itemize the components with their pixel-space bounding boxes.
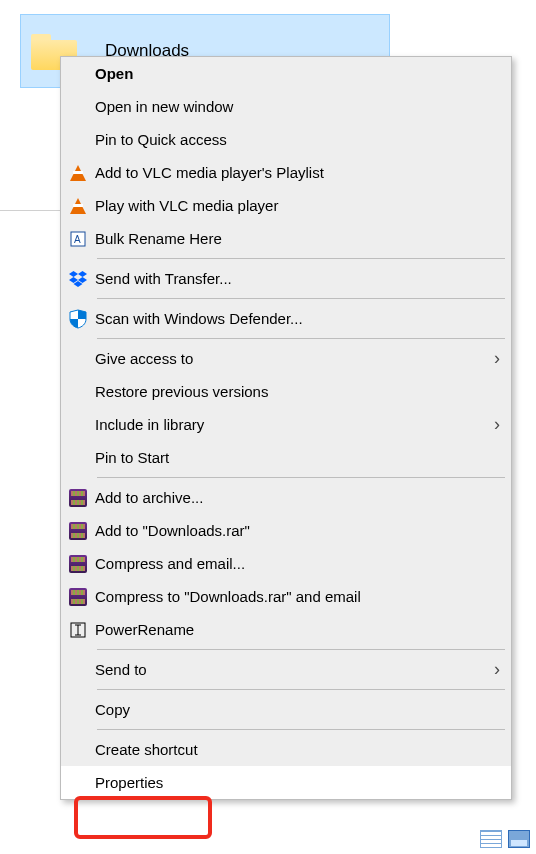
menu-item-pin-quick-access[interactable]: Pin to Quick access [61, 123, 511, 156]
bulk-rename-icon: A [61, 231, 95, 247]
submenu-chevron-icon: › [483, 659, 511, 680]
menu-item-scan-defender[interactable]: Scan with Windows Defender... [61, 302, 511, 335]
submenu-chevron-icon: › [483, 414, 511, 435]
menu-item-open-new-window-label: Open in new window [95, 98, 511, 115]
winrar-icon [61, 588, 95, 606]
menu-item-properties-label: Properties [95, 774, 511, 791]
defender-shield-icon [61, 309, 95, 329]
menu-item-copy-label: Copy [95, 701, 511, 718]
menu-item-power-rename[interactable]: PowerRename [61, 613, 511, 646]
winrar-icon [61, 522, 95, 540]
menu-item-add-downloads-rar[interactable]: Add to "Downloads.rar" [61, 514, 511, 547]
svg-marker-3 [78, 271, 87, 277]
powerrename-icon [61, 622, 95, 638]
menu-item-add-archive[interactable]: Add to archive... [61, 481, 511, 514]
details-view-icon[interactable] [480, 830, 502, 848]
menu-item-open-new-window[interactable]: Open in new window [61, 90, 511, 123]
menu-item-pin-quick-access-label: Pin to Quick access [95, 131, 511, 148]
menu-item-play-vlc-label: Play with VLC media player [95, 197, 511, 214]
menu-separator [97, 338, 505, 339]
menu-item-pin-start[interactable]: Pin to Start [61, 441, 511, 474]
menu-item-power-rename-label: PowerRename [95, 621, 511, 638]
menu-item-open-label: Open [95, 65, 511, 82]
submenu-chevron-icon: › [483, 348, 511, 369]
menu-item-bulk-rename[interactable]: A Bulk Rename Here [61, 222, 511, 255]
menu-item-play-vlc[interactable]: Play with VLC media player [61, 189, 511, 222]
statusbar-view-icons [480, 830, 530, 848]
winrar-icon [61, 555, 95, 573]
menu-item-send-transfer[interactable]: Send with Transfer... [61, 262, 511, 295]
menu-item-include-library-label: Include in library [95, 416, 483, 433]
menu-item-send-to-label: Send to [95, 661, 483, 678]
menu-separator [97, 729, 505, 730]
menu-item-create-shortcut-label: Create shortcut [95, 741, 511, 758]
menu-item-compress-email-label: Compress and email... [95, 555, 511, 572]
menu-item-scan-defender-label: Scan with Windows Defender... [95, 310, 511, 327]
menu-separator [97, 477, 505, 478]
menu-item-compress-downloads-email-label: Compress to "Downloads.rar" and email [95, 588, 511, 605]
winrar-icon [61, 489, 95, 507]
menu-item-add-downloads-rar-label: Add to "Downloads.rar" [95, 522, 511, 539]
dropbox-icon [61, 271, 95, 287]
explorer-border-line [0, 210, 60, 211]
menu-item-include-library[interactable]: Include in library › [61, 408, 511, 441]
menu-item-create-shortcut[interactable]: Create shortcut [61, 733, 511, 766]
menu-item-add-vlc-playlist-label: Add to VLC media player's Playlist [95, 164, 511, 181]
menu-item-compress-email[interactable]: Compress and email... [61, 547, 511, 580]
menu-item-restore-previous-label: Restore previous versions [95, 383, 511, 400]
menu-item-open[interactable]: Open [61, 57, 511, 90]
menu-separator [97, 258, 505, 259]
menu-separator [97, 649, 505, 650]
menu-item-give-access-to[interactable]: Give access to › [61, 342, 511, 375]
vlc-cone-icon [61, 198, 95, 214]
menu-item-restore-previous[interactable]: Restore previous versions [61, 375, 511, 408]
menu-separator [97, 298, 505, 299]
vlc-cone-icon [61, 165, 95, 181]
tutorial-highlight-box [74, 796, 212, 839]
svg-text:A: A [74, 234, 81, 245]
thumbnails-view-icon[interactable] [508, 830, 530, 848]
menu-separator [97, 689, 505, 690]
folder-context-menu: Open Open in new window Pin to Quick acc… [60, 56, 512, 800]
menu-item-send-transfer-label: Send with Transfer... [95, 270, 511, 287]
menu-item-send-to[interactable]: Send to › [61, 653, 511, 686]
menu-item-compress-downloads-email[interactable]: Compress to "Downloads.rar" and email [61, 580, 511, 613]
menu-item-properties[interactable]: Properties [61, 766, 511, 799]
menu-item-add-archive-label: Add to archive... [95, 489, 511, 506]
menu-item-pin-start-label: Pin to Start [95, 449, 511, 466]
menu-item-bulk-rename-label: Bulk Rename Here [95, 230, 511, 247]
svg-marker-2 [69, 271, 78, 277]
menu-item-add-vlc-playlist[interactable]: Add to VLC media player's Playlist [61, 156, 511, 189]
menu-item-copy[interactable]: Copy [61, 693, 511, 726]
menu-item-give-access-to-label: Give access to [95, 350, 483, 367]
